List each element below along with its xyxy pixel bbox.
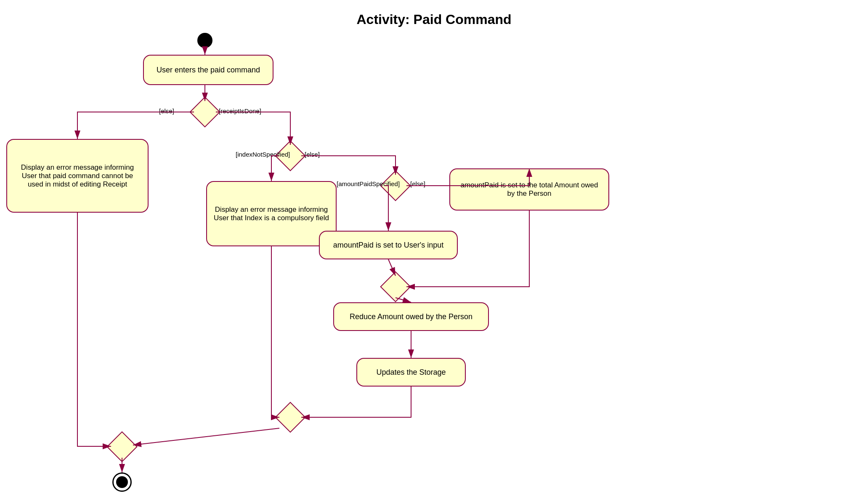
node-amount-paid-total: amountPaid is set to the total Amount ow… bbox=[449, 168, 609, 211]
node-amount-paid-user: amountPaid is set to User's input bbox=[319, 231, 458, 259]
diagram-container: Activity: Paid Command User enters the p… bbox=[0, 0, 868, 504]
node-updates-storage: Updates the Storage bbox=[356, 358, 466, 387]
label-indexNotSpecified: [indexNotSpecified] bbox=[236, 151, 290, 158]
label-amountPaidSpecified: [amountPaidSpecified] bbox=[337, 180, 400, 187]
node-error-editing: Display an error message informing User … bbox=[6, 139, 149, 213]
label-else2: [else] bbox=[305, 151, 320, 158]
end-node bbox=[112, 472, 132, 492]
diagram-title: Activity: Paid Command bbox=[0, 12, 868, 27]
node-reduce-amount: Reduce Amount owed by the Person bbox=[333, 302, 489, 331]
start-node bbox=[197, 33, 212, 48]
diamond-receipt-check bbox=[194, 101, 216, 123]
label-else1: [else] bbox=[159, 107, 174, 115]
diamond-final-merge bbox=[111, 436, 133, 458]
label-else3: [else] bbox=[410, 180, 425, 187]
svg-line-6 bbox=[133, 428, 279, 445]
label-receiptIsDone: [receiptIsDone] bbox=[219, 107, 261, 115]
diamond-merge-amount bbox=[385, 276, 406, 298]
node-error-index: Display an error message informing User … bbox=[206, 181, 337, 246]
diamond-merge-main bbox=[279, 406, 301, 428]
node-enter-command: User enters the paid command bbox=[143, 55, 273, 85]
